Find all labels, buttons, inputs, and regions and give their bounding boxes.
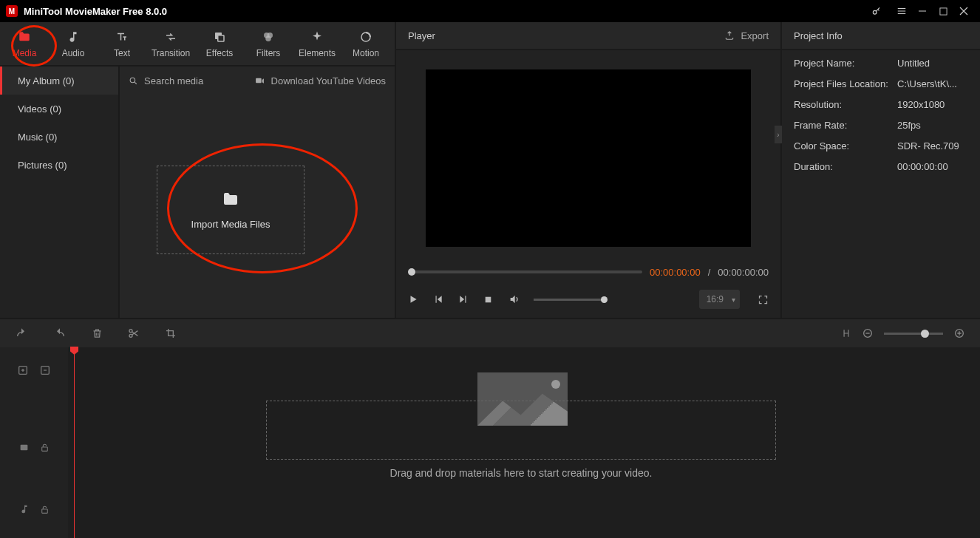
current-time: 00:00:00:00 — [650, 267, 701, 278]
preview-area — [396, 50, 780, 256]
collapse-handle[interactable]: › — [775, 126, 782, 143]
search-icon — [129, 76, 138, 86]
preview-screen — [426, 69, 751, 247]
window-title: MiniTool MovieMaker Free 8.0.0 — [24, 6, 866, 17]
tab-label: Filters — [256, 48, 281, 58]
total-time: 00:00:00:00 — [718, 267, 769, 278]
search-input[interactable]: Search media — [129, 75, 203, 86]
svg-rect-18 — [42, 446, 48, 450]
tab-label: Effects — [206, 48, 233, 58]
volume-icon[interactable] — [508, 293, 522, 305]
timeline-dropzone[interactable] — [266, 401, 776, 460]
crop-button[interactable] — [165, 327, 177, 339]
tab-label: Media — [13, 48, 37, 58]
music-note-icon — [67, 29, 80, 45]
lock-icon[interactable] — [40, 504, 50, 515]
sidebar-item-myalbum[interactable]: My Album (0) — [0, 67, 118, 95]
tab-filters[interactable]: Filters — [244, 22, 293, 66]
split-button[interactable] — [128, 327, 140, 339]
timeline-hint: Drag and drop materials here to start cr… — [266, 467, 776, 479]
fullscreen-button[interactable] — [758, 294, 769, 305]
timeline-toolbar — [0, 318, 980, 347]
svg-rect-10 — [486, 296, 491, 302]
tab-label: Motion — [353, 48, 379, 58]
svg-rect-17 — [21, 444, 28, 450]
tab-effects[interactable]: Effects — [195, 22, 244, 66]
video-download-icon — [254, 76, 265, 86]
import-media-button[interactable]: Import Media Files — [157, 166, 304, 254]
redo-button[interactable] — [53, 327, 67, 339]
media-library-panel: Media Audio Text Transition Effects Filt… — [0, 22, 396, 318]
audio-track-icon — [19, 504, 30, 514]
undo-button[interactable] — [15, 327, 28, 339]
minimize-button[interactable] — [912, 0, 933, 22]
app-logo: M — [6, 5, 18, 17]
tab-motion[interactable]: Motion — [341, 22, 390, 66]
sidebar-item-pictures[interactable]: Pictures (0) — [0, 151, 118, 179]
tab-media[interactable]: Media — [0, 22, 49, 66]
next-frame-button[interactable] — [458, 294, 472, 304]
tab-label: Audio — [62, 48, 85, 58]
info-row: Resolution:1920x1080 — [794, 99, 968, 110]
play-button[interactable] — [408, 294, 421, 304]
info-row: Color Space:SDR- Rec.709 — [794, 140, 968, 151]
motion-icon — [359, 29, 372, 45]
menu-icon[interactable] — [891, 0, 912, 22]
svg-rect-19 — [41, 508, 47, 512]
media-main: Search media Download YouTube Videos Imp… — [118, 67, 395, 318]
tab-label: Text — [114, 48, 130, 58]
project-info-panel: › Project Info Project Name:Untitled Pro… — [782, 22, 980, 318]
close-button[interactable] — [953, 0, 974, 22]
stop-button[interactable] — [483, 295, 497, 304]
zoom-out-button[interactable] — [862, 327, 874, 339]
aspect-ratio-select[interactable]: 16:9 — [699, 290, 740, 309]
remove-track-icon[interactable] — [39, 364, 51, 376]
tabbar: Media Audio Text Transition Effects Filt… — [0, 22, 395, 67]
export-button[interactable]: Export — [724, 30, 769, 41]
filters-icon — [262, 29, 275, 45]
volume-slider[interactable] — [534, 299, 608, 301]
player-panel: Player Export 00:00:00:00 / 00:00:00:00 — [396, 22, 782, 318]
key-icon[interactable] — [866, 0, 887, 22]
export-icon — [724, 30, 735, 41]
titlebar: M MiniTool MovieMaker Free 8.0.0 — [0, 0, 980, 22]
import-label: Import Media Files — [191, 219, 270, 230]
sidebar-item-videos[interactable]: Videos (0) — [0, 95, 118, 123]
folder-icon — [17, 29, 32, 45]
zoom-slider[interactable] — [884, 333, 943, 335]
search-placeholder: Search media — [144, 75, 203, 86]
transition-icon — [164, 29, 177, 45]
seek-slider[interactable] — [408, 270, 642, 273]
svg-rect-1 — [939, 7, 946, 14]
svg-rect-3 — [218, 35, 224, 41]
folder-icon — [220, 191, 241, 208]
delete-button[interactable] — [92, 327, 103, 339]
player-title: Player — [408, 30, 435, 41]
tab-elements[interactable]: Elements — [293, 22, 341, 66]
tab-text[interactable]: Text — [98, 22, 146, 66]
zoom-in-button[interactable] — [953, 327, 965, 339]
info-row: Duration:00:00:00:00 — [794, 161, 968, 172]
tab-audio[interactable]: Audio — [49, 22, 98, 66]
svg-point-8 — [130, 78, 135, 83]
add-track-icon[interactable] — [17, 364, 29, 376]
prev-frame-button[interactable] — [433, 294, 446, 304]
svg-rect-9 — [256, 78, 262, 83]
info-row: Project Name:Untitled — [794, 58, 968, 69]
timeline-tracks[interactable]: Drag and drop materials here to start cr… — [68, 347, 980, 538]
info-row: Frame Rate:25fps — [794, 120, 968, 131]
maximize-button[interactable] — [933, 0, 953, 22]
playhead[interactable] — [74, 347, 75, 538]
zoom-fit-button[interactable] — [841, 327, 851, 339]
timeline-track-controls — [0, 347, 68, 538]
sidebar-item-music[interactable]: Music (0) — [0, 123, 118, 151]
download-youtube-link[interactable]: Download YouTube Videos — [254, 75, 386, 86]
tab-label: Transition — [152, 48, 190, 58]
video-track-icon — [18, 443, 30, 452]
svg-point-11 — [129, 330, 132, 333]
lock-icon[interactable] — [40, 442, 50, 453]
svg-point-6 — [265, 36, 271, 42]
tab-transition[interactable]: Transition — [146, 22, 195, 66]
svg-point-12 — [129, 334, 132, 337]
tab-label: Elements — [299, 48, 336, 58]
